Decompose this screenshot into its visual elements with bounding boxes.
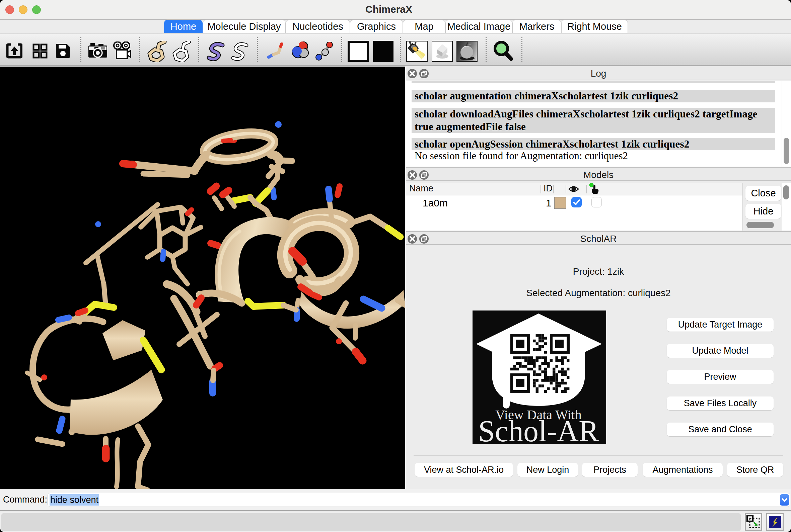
svg-text:Schol-AR: Schol-AR bbox=[478, 415, 599, 444]
